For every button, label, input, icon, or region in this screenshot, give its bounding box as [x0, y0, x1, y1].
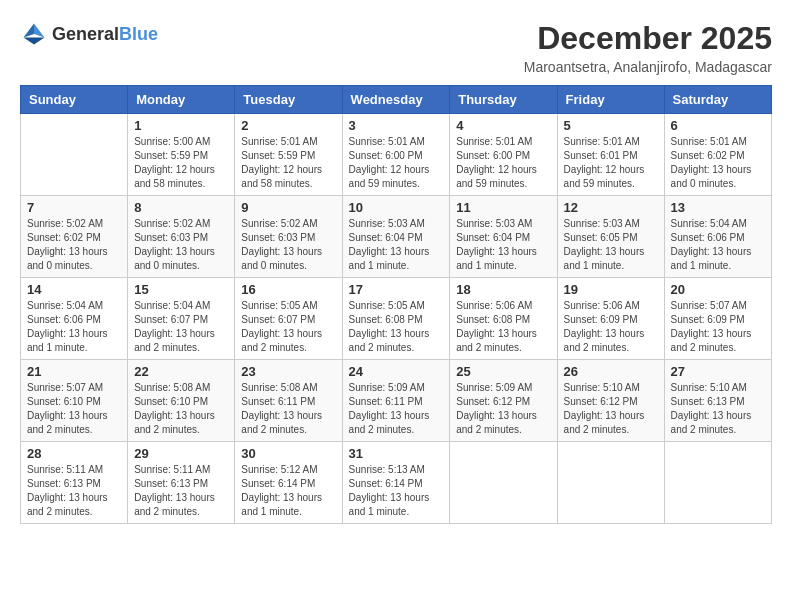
- day-number: 10: [349, 200, 444, 215]
- day-number: 14: [27, 282, 121, 297]
- calendar-cell: 6Sunrise: 5:01 AM Sunset: 6:02 PM Daylig…: [664, 114, 771, 196]
- day-info: Sunrise: 5:05 AM Sunset: 6:07 PM Dayligh…: [241, 299, 335, 355]
- day-info: Sunrise: 5:11 AM Sunset: 6:13 PM Dayligh…: [27, 463, 121, 519]
- day-info: Sunrise: 5:09 AM Sunset: 6:11 PM Dayligh…: [349, 381, 444, 437]
- day-info: Sunrise: 5:11 AM Sunset: 6:13 PM Dayligh…: [134, 463, 228, 519]
- logo-icon: [20, 20, 48, 48]
- day-info: Sunrise: 5:00 AM Sunset: 5:59 PM Dayligh…: [134, 135, 228, 191]
- day-number: 1: [134, 118, 228, 133]
- calendar-week-1: 1Sunrise: 5:00 AM Sunset: 5:59 PM Daylig…: [21, 114, 772, 196]
- day-number: 31: [349, 446, 444, 461]
- day-number: 6: [671, 118, 765, 133]
- calendar-cell: 5Sunrise: 5:01 AM Sunset: 6:01 PM Daylig…: [557, 114, 664, 196]
- calendar-cell: 16Sunrise: 5:05 AM Sunset: 6:07 PM Dayli…: [235, 278, 342, 360]
- calendar-cell: 9Sunrise: 5:02 AM Sunset: 6:03 PM Daylig…: [235, 196, 342, 278]
- calendar-cell: 10Sunrise: 5:03 AM Sunset: 6:04 PM Dayli…: [342, 196, 450, 278]
- day-number: 24: [349, 364, 444, 379]
- calendar-cell: [557, 442, 664, 524]
- calendar-cell: [450, 442, 557, 524]
- day-info: Sunrise: 5:06 AM Sunset: 6:08 PM Dayligh…: [456, 299, 550, 355]
- day-number: 27: [671, 364, 765, 379]
- day-number: 11: [456, 200, 550, 215]
- day-number: 7: [27, 200, 121, 215]
- day-info: Sunrise: 5:01 AM Sunset: 6:00 PM Dayligh…: [456, 135, 550, 191]
- day-info: Sunrise: 5:13 AM Sunset: 6:14 PM Dayligh…: [349, 463, 444, 519]
- day-info: Sunrise: 5:04 AM Sunset: 6:06 PM Dayligh…: [27, 299, 121, 355]
- calendar-cell: [21, 114, 128, 196]
- calendar-cell: [664, 442, 771, 524]
- day-number: 29: [134, 446, 228, 461]
- day-number: 18: [456, 282, 550, 297]
- day-number: 23: [241, 364, 335, 379]
- calendar-cell: 19Sunrise: 5:06 AM Sunset: 6:09 PM Dayli…: [557, 278, 664, 360]
- header-sunday: Sunday: [21, 86, 128, 114]
- day-info: Sunrise: 5:02 AM Sunset: 6:03 PM Dayligh…: [241, 217, 335, 273]
- calendar-cell: 23Sunrise: 5:08 AM Sunset: 6:11 PM Dayli…: [235, 360, 342, 442]
- day-info: Sunrise: 5:02 AM Sunset: 6:03 PM Dayligh…: [134, 217, 228, 273]
- calendar-cell: 18Sunrise: 5:06 AM Sunset: 6:08 PM Dayli…: [450, 278, 557, 360]
- day-number: 2: [241, 118, 335, 133]
- calendar-cell: 29Sunrise: 5:11 AM Sunset: 6:13 PM Dayli…: [128, 442, 235, 524]
- day-info: Sunrise: 5:07 AM Sunset: 6:10 PM Dayligh…: [27, 381, 121, 437]
- day-number: 19: [564, 282, 658, 297]
- calendar-header-row: Sunday Monday Tuesday Wednesday Thursday…: [21, 86, 772, 114]
- day-info: Sunrise: 5:08 AM Sunset: 6:10 PM Dayligh…: [134, 381, 228, 437]
- day-number: 15: [134, 282, 228, 297]
- location-subtitle: Maroantsetra, Analanjirofo, Madagascar: [524, 59, 772, 75]
- calendar-week-2: 7Sunrise: 5:02 AM Sunset: 6:02 PM Daylig…: [21, 196, 772, 278]
- day-info: Sunrise: 5:01 AM Sunset: 6:02 PM Dayligh…: [671, 135, 765, 191]
- calendar-cell: 17Sunrise: 5:05 AM Sunset: 6:08 PM Dayli…: [342, 278, 450, 360]
- page-header: GeneralBlue December 2025 Maroantsetra, …: [20, 20, 772, 75]
- day-info: Sunrise: 5:03 AM Sunset: 6:04 PM Dayligh…: [456, 217, 550, 273]
- day-number: 13: [671, 200, 765, 215]
- day-number: 17: [349, 282, 444, 297]
- calendar-cell: 22Sunrise: 5:08 AM Sunset: 6:10 PM Dayli…: [128, 360, 235, 442]
- logo-general: GeneralBlue: [52, 25, 158, 44]
- day-info: Sunrise: 5:01 AM Sunset: 6:01 PM Dayligh…: [564, 135, 658, 191]
- header-monday: Monday: [128, 86, 235, 114]
- calendar-cell: 2Sunrise: 5:01 AM Sunset: 5:59 PM Daylig…: [235, 114, 342, 196]
- day-number: 5: [564, 118, 658, 133]
- day-info: Sunrise: 5:01 AM Sunset: 5:59 PM Dayligh…: [241, 135, 335, 191]
- calendar-cell: 3Sunrise: 5:01 AM Sunset: 6:00 PM Daylig…: [342, 114, 450, 196]
- calendar-cell: 26Sunrise: 5:10 AM Sunset: 6:12 PM Dayli…: [557, 360, 664, 442]
- day-info: Sunrise: 5:01 AM Sunset: 6:00 PM Dayligh…: [349, 135, 444, 191]
- day-info: Sunrise: 5:06 AM Sunset: 6:09 PM Dayligh…: [564, 299, 658, 355]
- day-number: 30: [241, 446, 335, 461]
- day-info: Sunrise: 5:07 AM Sunset: 6:09 PM Dayligh…: [671, 299, 765, 355]
- calendar-table: Sunday Monday Tuesday Wednesday Thursday…: [20, 85, 772, 524]
- calendar-cell: 24Sunrise: 5:09 AM Sunset: 6:11 PM Dayli…: [342, 360, 450, 442]
- title-block: December 2025 Maroantsetra, Analanjirofo…: [524, 20, 772, 75]
- day-info: Sunrise: 5:10 AM Sunset: 6:13 PM Dayligh…: [671, 381, 765, 437]
- day-info: Sunrise: 5:02 AM Sunset: 6:02 PM Dayligh…: [27, 217, 121, 273]
- calendar-cell: 15Sunrise: 5:04 AM Sunset: 6:07 PM Dayli…: [128, 278, 235, 360]
- calendar-cell: 30Sunrise: 5:12 AM Sunset: 6:14 PM Dayli…: [235, 442, 342, 524]
- calendar-cell: 11Sunrise: 5:03 AM Sunset: 6:04 PM Dayli…: [450, 196, 557, 278]
- day-number: 28: [27, 446, 121, 461]
- day-number: 21: [27, 364, 121, 379]
- day-info: Sunrise: 5:05 AM Sunset: 6:08 PM Dayligh…: [349, 299, 444, 355]
- calendar-week-4: 21Sunrise: 5:07 AM Sunset: 6:10 PM Dayli…: [21, 360, 772, 442]
- day-number: 8: [134, 200, 228, 215]
- day-number: 20: [671, 282, 765, 297]
- calendar-cell: 21Sunrise: 5:07 AM Sunset: 6:10 PM Dayli…: [21, 360, 128, 442]
- calendar-week-3: 14Sunrise: 5:04 AM Sunset: 6:06 PM Dayli…: [21, 278, 772, 360]
- day-number: 3: [349, 118, 444, 133]
- calendar-week-5: 28Sunrise: 5:11 AM Sunset: 6:13 PM Dayli…: [21, 442, 772, 524]
- day-info: Sunrise: 5:03 AM Sunset: 6:04 PM Dayligh…: [349, 217, 444, 273]
- header-tuesday: Tuesday: [235, 86, 342, 114]
- calendar-cell: 7Sunrise: 5:02 AM Sunset: 6:02 PM Daylig…: [21, 196, 128, 278]
- header-saturday: Saturday: [664, 86, 771, 114]
- day-number: 26: [564, 364, 658, 379]
- day-number: 22: [134, 364, 228, 379]
- calendar-cell: 20Sunrise: 5:07 AM Sunset: 6:09 PM Dayli…: [664, 278, 771, 360]
- calendar-cell: 25Sunrise: 5:09 AM Sunset: 6:12 PM Dayli…: [450, 360, 557, 442]
- day-number: 9: [241, 200, 335, 215]
- day-info: Sunrise: 5:09 AM Sunset: 6:12 PM Dayligh…: [456, 381, 550, 437]
- calendar-cell: 1Sunrise: 5:00 AM Sunset: 5:59 PM Daylig…: [128, 114, 235, 196]
- calendar-cell: 13Sunrise: 5:04 AM Sunset: 6:06 PM Dayli…: [664, 196, 771, 278]
- month-year-title: December 2025: [524, 20, 772, 57]
- day-info: Sunrise: 5:10 AM Sunset: 6:12 PM Dayligh…: [564, 381, 658, 437]
- day-number: 12: [564, 200, 658, 215]
- day-number: 4: [456, 118, 550, 133]
